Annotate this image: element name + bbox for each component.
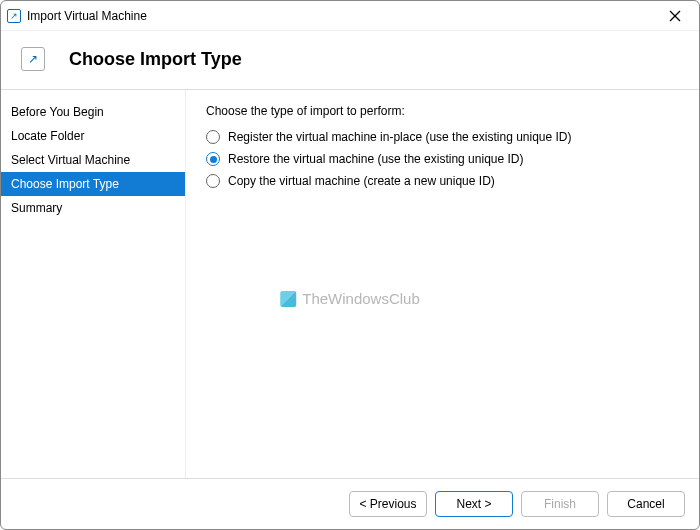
page-title: Choose Import Type xyxy=(69,49,242,70)
window-title: Import Virtual Machine xyxy=(27,9,147,23)
finish-button: Finish xyxy=(521,491,599,517)
import-icon: ↗ xyxy=(21,47,45,71)
wizard-window: ↗ Import Virtual Machine ↗ Choose Import… xyxy=(0,0,700,530)
sidebar-item-locate-folder[interactable]: Locate Folder xyxy=(1,124,185,148)
titlebar: ↗ Import Virtual Machine xyxy=(1,1,699,31)
app-icon: ↗ xyxy=(7,9,21,23)
next-button[interactable]: Next > xyxy=(435,491,513,517)
content-area: Before You Begin Locate Folder Select Vi… xyxy=(1,90,699,478)
previous-button[interactable]: < Previous xyxy=(349,491,427,517)
option-restore[interactable]: Restore the virtual machine (use the exi… xyxy=(206,152,679,166)
option-label: Copy the virtual machine (create a new u… xyxy=(228,174,495,188)
sidebar-item-select-vm[interactable]: Select Virtual Machine xyxy=(1,148,185,172)
main-panel: Choose the type of import to perform: Re… xyxy=(186,90,699,478)
close-icon xyxy=(669,10,681,22)
sidebar-item-before-you-begin[interactable]: Before You Begin xyxy=(1,100,185,124)
option-label: Restore the virtual machine (use the exi… xyxy=(228,152,523,166)
sidebar-item-choose-import-type[interactable]: Choose Import Type xyxy=(1,172,185,196)
radio-icon xyxy=(206,152,220,166)
button-bar: < Previous Next > Finish Cancel xyxy=(1,478,699,529)
wizard-steps-sidebar: Before You Begin Locate Folder Select Vi… xyxy=(1,90,186,478)
option-register-inplace[interactable]: Register the virtual machine in-place (u… xyxy=(206,130,679,144)
cancel-button[interactable]: Cancel xyxy=(607,491,685,517)
radio-icon xyxy=(206,130,220,144)
radio-icon xyxy=(206,174,220,188)
close-button[interactable] xyxy=(657,2,693,30)
option-copy[interactable]: Copy the virtual machine (create a new u… xyxy=(206,174,679,188)
option-label: Register the virtual machine in-place (u… xyxy=(228,130,572,144)
instruction-text: Choose the type of import to perform: xyxy=(206,104,679,118)
sidebar-item-summary[interactable]: Summary xyxy=(1,196,185,220)
wizard-header: ↗ Choose Import Type xyxy=(1,31,699,90)
